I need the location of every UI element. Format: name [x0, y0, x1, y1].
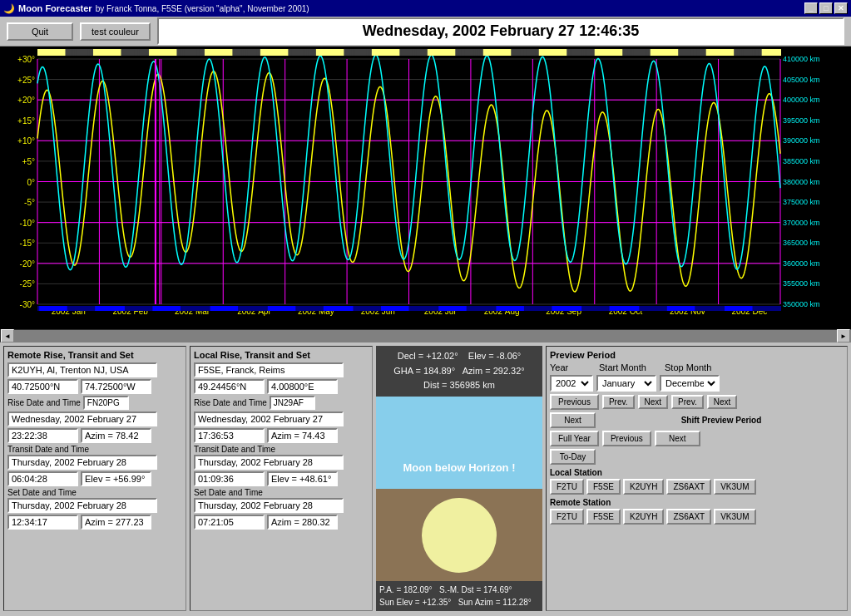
preview-nav-row2: Next Shift Preview Period: [550, 412, 844, 428]
local-rise-azim: Azim = 74.43: [267, 428, 338, 443]
scroll-left-button[interactable]: ◄: [1, 329, 14, 342]
local-transit-elev: Elev = +48.61°: [267, 471, 338, 486]
moon-info-top: Decl = +12.02° Elev = -8.06° GHA = 184.8…: [376, 346, 542, 397]
local-callsign: F5SE, Franck, Reims: [194, 362, 344, 377]
stop-month-select[interactable]: December: [660, 375, 720, 392]
bottom-panel: Remote Rise, Transit and Set K2UYH, Al, …: [0, 342, 851, 614]
preview-labels-row: Year Start Month Stop Month: [550, 362, 844, 372]
remote-lon: 74.72500°W: [81, 379, 151, 394]
next-button[interactable]: Next: [550, 412, 596, 428]
local-set-time: 07:21:05: [194, 515, 265, 530]
local-lon: 4.00800°E: [267, 379, 338, 394]
previous2-button[interactable]: Previous: [602, 431, 651, 446]
remote-set-azim: Azim = 277.23: [81, 515, 151, 530]
remote-station-buttons: F2TU F5SE K2UYH ZS6AXT VK3UM: [550, 509, 844, 525]
remote-set-date: Thursday, 2002 February 28: [7, 498, 157, 513]
local-rise-time: 17:36:53: [194, 428, 265, 443]
scroll-track[interactable]: [14, 330, 837, 342]
moon-azim: Azim = 292.32°: [463, 366, 525, 376]
today-button[interactable]: To-Day: [550, 449, 596, 465]
local-station-panel: Local Rise, Transit and Set F5SE, Franck…: [190, 346, 373, 611]
preview-shift-row: Full Year Previous Next: [550, 431, 844, 446]
local-set-label: Set Date and Time: [194, 488, 369, 497]
local-zs6axt[interactable]: ZS6AXT: [666, 479, 711, 495]
quit-button[interactable]: Quit: [7, 22, 73, 41]
moon-display-panel: Decl = +12.02° Elev = -8.06° GHA = 184.8…: [376, 346, 542, 611]
moon-visual: Moon below Horizon !: [376, 397, 542, 581]
preview-nav-row1: Previous Prev. Next Prev. Next: [550, 394, 844, 410]
remote-grid: FN20PG: [83, 396, 129, 410]
remote-rise-date: Wednesday, 2002 February 27: [7, 411, 157, 426]
previous-button[interactable]: Previous: [550, 394, 599, 410]
remote-f5se[interactable]: F5SE: [586, 509, 621, 525]
local-station-label: Local Station: [550, 468, 844, 477]
remote-rise-label: Rise Date and Time: [7, 398, 81, 407]
toolbar: Quit test couleur Wednesday, 2002 Februa…: [0, 17, 851, 47]
datetime-display: Wednesday, 2002 February 27 12:46:35: [157, 17, 844, 45]
remote-callsign: K2UYH, Al, Trenton NJ, USA: [7, 362, 157, 377]
remote-station-panel: Remote Rise, Transit and Set K2UYH, Al, …: [3, 346, 186, 611]
moon-decl: Decl = +12.02°: [398, 351, 458, 361]
local-grid: JN29AF: [270, 396, 315, 410]
app-title: Moon Forecaster: [18, 3, 92, 13]
minimize-button[interactable]: _: [804, 2, 818, 14]
prev-small-button2[interactable]: Prev.: [671, 395, 704, 409]
app-icon: 🌙: [3, 3, 15, 14]
moon-sun-info: Sun Elev = +12.35° Sun Azim = 112.28°: [379, 596, 539, 609]
remote-f2tu[interactable]: F2TU: [550, 509, 584, 525]
next-small-button[interactable]: Next: [638, 395, 669, 409]
full-year-button[interactable]: Full Year: [550, 431, 599, 446]
local-transit-date: Thursday, 2002 February 28: [194, 455, 344, 470]
local-rise-label: Rise Date and Time: [194, 398, 267, 407]
remote-transit-time: 06:04:28: [7, 471, 78, 486]
local-k2uyh[interactable]: K2UYH: [623, 479, 664, 495]
remote-transit-date: Thursday, 2002 February 28: [7, 455, 157, 470]
local-lat: 49.24456°N: [194, 379, 265, 394]
remote-k2uyh[interactable]: K2UYH: [623, 509, 664, 525]
scroll-right-button[interactable]: ►: [837, 329, 850, 342]
next-small-button2[interactable]: Next: [707, 395, 738, 409]
remote-station-section: Remote Station F2TU F5SE K2UYH ZS6AXT VK…: [550, 498, 844, 525]
remote-set-time: 12:34:17: [7, 515, 78, 530]
start-month-label: Start Month: [599, 362, 661, 372]
shift-preview-label: Shift Preview Period: [599, 416, 844, 425]
stop-month-label: Stop Month: [665, 362, 711, 372]
test-couleur-button[interactable]: test couleur: [80, 22, 151, 41]
moon-elev: Elev = -8.06°: [468, 351, 521, 361]
moon-pa: P.A. = 182.09°: [379, 585, 433, 594]
year-label: Year: [550, 362, 596, 372]
moon-sun-elev: Sun Elev = +12.35°: [379, 598, 451, 607]
moon-gha-azim: GHA = 184.89° Azim = 292.32°: [379, 364, 539, 379]
year-select[interactable]: 2002: [550, 375, 593, 392]
title-bar: 🌙 Moon Forecaster by Franck Tonna, F5SE …: [0, 0, 851, 17]
local-station-buttons: F2TU F5SE K2UYH ZS6AXT VK3UM: [550, 479, 844, 495]
close-button[interactable]: ✕: [834, 2, 848, 14]
local-f5se[interactable]: F5SE: [586, 479, 621, 495]
moon-dist: Dist = 356985 km: [379, 378, 539, 393]
next2-button[interactable]: Next: [655, 431, 700, 446]
local-set-azim: Azim = 280.32: [267, 515, 338, 530]
local-f2tu[interactable]: F2TU: [550, 479, 584, 495]
moon-sm-dst: S.-M. Dst = 174.69°: [439, 585, 512, 594]
remote-zs6axt[interactable]: ZS6AXT: [666, 509, 711, 525]
local-set-date: Thursday, 2002 February 28: [194, 498, 344, 513]
remote-transit-label: Transit Date and Time: [7, 445, 182, 454]
remote-rise-time: 23:22:38: [7, 428, 78, 443]
local-rise-date: Wednesday, 2002 February 27: [194, 411, 344, 426]
maximize-button[interactable]: □: [819, 2, 833, 14]
moon-gha: GHA = 184.89°: [393, 366, 455, 376]
local-vk3um[interactable]: VK3UM: [714, 479, 755, 495]
app-subtitle: by Franck Tonna, F5SE (version "alpha", …: [96, 4, 309, 13]
chart-container: [0, 47, 851, 329]
preview-today-row: To-Day: [550, 449, 844, 465]
preview-selects-row[interactable]: 2002 January December: [550, 375, 844, 392]
remote-transit-elev: Elev = +56.99°: [81, 471, 151, 486]
start-month-select[interactable]: January: [596, 375, 656, 392]
preview-period-panel: Preview Period Year Start Month Stop Mon…: [546, 346, 848, 611]
remote-rise-azim: Azim = 78.42: [81, 428, 151, 443]
remote-section-title: Remote Rise, Transit and Set: [7, 350, 182, 360]
remote-set-label: Set Date and Time: [7, 488, 182, 497]
horizontal-scrollbar[interactable]: ◄ ►: [0, 329, 851, 342]
prev-small-button[interactable]: Prev.: [602, 395, 635, 409]
remote-vk3um[interactable]: VK3UM: [714, 509, 755, 525]
